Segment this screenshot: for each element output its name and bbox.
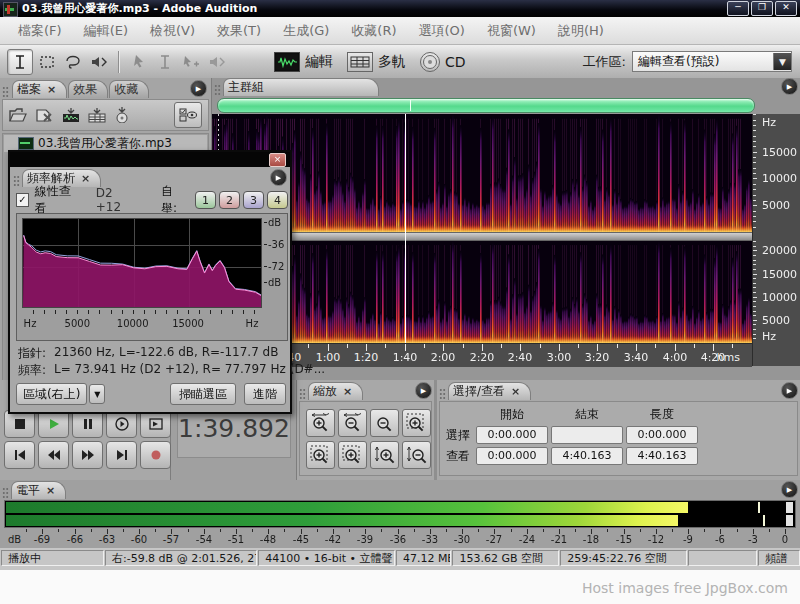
level-meter[interactable] [4, 500, 796, 528]
linear-view-checkbox[interactable]: ✓ [16, 193, 29, 207]
selection-input-0-2[interactable]: 0:00.000 [626, 426, 698, 444]
close-icon[interactable]: × [343, 385, 352, 398]
panel-menu-button[interactable]: ▶ [415, 382, 432, 399]
minimize-button[interactable]: ─ [727, 1, 749, 16]
close-button[interactable]: ✕ [775, 1, 797, 16]
area-dropdown-button[interactable]: 區域(右上) [16, 383, 87, 405]
zoom-button-in-selection-left[interactable] [306, 441, 335, 469]
menu-item[interactable]: 檢視(V) [140, 19, 205, 43]
close-icon[interactable]: × [511, 385, 520, 398]
selection-input-1-0[interactable]: 0:00.000 [476, 447, 548, 465]
spectrogram-left-channel[interactable] [212, 114, 752, 232]
menu-item[interactable]: 視窗(W) [477, 19, 546, 43]
panel-grip[interactable] [214, 84, 221, 96]
selection-input-1-2[interactable]: 4:40.163 [626, 447, 698, 465]
menu-item[interactable]: 編輯(E) [74, 19, 138, 43]
overview-bar[interactable] [217, 98, 755, 113]
cd-view-button[interactable]: CD [416, 50, 470, 74]
close-file-icon[interactable] [35, 107, 55, 123]
zoom-button-out-horizontal[interactable] [338, 409, 367, 437]
rewind-button[interactable] [38, 441, 69, 469]
close-icon[interactable]: × [46, 484, 55, 497]
panel-menu-button[interactable]: ▶ [781, 382, 798, 399]
fast-forward-button[interactable] [72, 441, 103, 469]
panel-menu-button[interactable]: ▶ [270, 169, 287, 186]
multitrack-view-button[interactable]: 多軌 [343, 50, 410, 74]
clip-indicator-left[interactable] [786, 502, 793, 513]
edit-view-button[interactable]: 編輯 [270, 50, 337, 74]
lasso-selection-tool-button[interactable] [61, 50, 85, 74]
zoom-button-out-full[interactable] [370, 409, 399, 437]
files-options-toggle-button[interactable] [174, 102, 202, 128]
files-tab-1[interactable]: 效果 [68, 80, 108, 98]
panel-grip[interactable] [299, 388, 306, 400]
files-tab-0[interactable]: 檔案× [12, 80, 67, 98]
chevron-down-icon[interactable]: ▼ [89, 384, 105, 404]
zoom-button-in-selection-right[interactable] [338, 441, 367, 469]
zoom-button-to-selection[interactable] [402, 409, 431, 437]
scan-selection-button[interactable]: 掃瞄選區 [170, 383, 236, 405]
panel-menu-button[interactable]: ▶ [190, 80, 207, 97]
close-icon[interactable]: × [269, 153, 286, 167]
main-group-tab[interactable]: 主群組 [223, 78, 379, 96]
menu-item[interactable]: 說明(H) [548, 19, 614, 43]
spectrogram-right-channel[interactable] [212, 241, 752, 343]
open-file-icon[interactable] [9, 107, 29, 123]
frequency-plot-canvas[interactable] [22, 218, 262, 308]
panel-menu-button[interactable]: ▶ [781, 78, 798, 95]
panel-grip[interactable] [13, 175, 20, 187]
clip-indicator-right[interactable] [786, 515, 793, 526]
scrub-tool-button[interactable] [87, 50, 111, 74]
restore-button[interactable]: ❐ [751, 1, 773, 16]
selection-input-0-0[interactable]: 0:00.000 [476, 426, 548, 444]
stop-button[interactable] [4, 410, 35, 438]
zoom-button-out-vertical[interactable] [402, 441, 431, 469]
menu-item[interactable]: 效果(T) [207, 19, 271, 43]
pause-button[interactable] [72, 410, 103, 438]
move-clip-tool-button[interactable] [179, 50, 203, 74]
go-to-end-button[interactable] [106, 441, 137, 469]
zoom-panel-tab[interactable]: 縮放 × [308, 382, 363, 400]
frequency-scale[interactable]: Hz15000100005000Hz2000015000100005000 [752, 114, 800, 366]
panel-grip[interactable] [439, 388, 446, 400]
panel-menu-button[interactable]: ▶ [781, 481, 798, 498]
edit-cursor-tool-button[interactable] [153, 50, 177, 74]
levels-tab[interactable]: 電平 × [11, 481, 66, 499]
zoom-button-in-vertical[interactable] [370, 441, 399, 469]
frequency-analysis-titlebar[interactable]: × [10, 152, 290, 167]
play-looped-button[interactable] [140, 410, 171, 438]
insert-into-multitrack-icon[interactable] [87, 107, 107, 123]
menu-item[interactable]: 生成(G) [273, 19, 339, 43]
hold-button-2[interactable]: 2 [219, 191, 240, 209]
hold-button-3[interactable]: 3 [243, 191, 264, 209]
advanced-button[interactable]: 進階 [244, 383, 286, 405]
selection-input-1-1[interactable]: 4:40.163 [551, 447, 623, 465]
scrub-disabled-tool-button[interactable] [205, 50, 229, 74]
record-button[interactable] [140, 441, 171, 469]
hold-button-4[interactable]: 4 [267, 191, 288, 209]
menu-item[interactable]: 選項(O) [409, 19, 475, 43]
insert-into-edit-icon[interactable] [61, 107, 81, 123]
menu-item[interactable]: 收藏(R) [341, 19, 406, 43]
selection-input-0-1[interactable] [551, 426, 623, 444]
chevron-down-icon[interactable]: ▼ [773, 53, 791, 70]
menu-item[interactable]: 檔案(F) [8, 19, 72, 43]
play-from-cursor-button[interactable] [106, 410, 137, 438]
files-tab-2[interactable]: 收藏 [109, 80, 149, 98]
panel-grip[interactable] [2, 86, 9, 98]
go-to-start-button[interactable] [4, 441, 35, 469]
zoom-button-in-horizontal[interactable] [306, 409, 335, 437]
marquee-selection-tool-button[interactable] [35, 50, 59, 74]
selection-view-tab[interactable]: 選擇/查看 × [448, 382, 531, 400]
insert-into-cd-icon[interactable] [113, 107, 131, 123]
time-selection-tool-button[interactable] [7, 49, 33, 75]
close-icon[interactable]: × [81, 172, 90, 185]
frequency-plot[interactable]: dB-36-72dB Hz50001000015000Hz [16, 213, 288, 341]
panel-grip[interactable] [2, 487, 9, 499]
workspace-dropdown[interactable]: 編輯查看(預設) ▼ [632, 51, 792, 72]
play-button[interactable] [38, 410, 69, 438]
channel-divider[interactable] [212, 232, 752, 241]
hybrid-tool-button[interactable] [127, 50, 151, 74]
close-icon[interactable]: × [47, 83, 56, 96]
hold-button-1[interactable]: 1 [195, 191, 216, 209]
